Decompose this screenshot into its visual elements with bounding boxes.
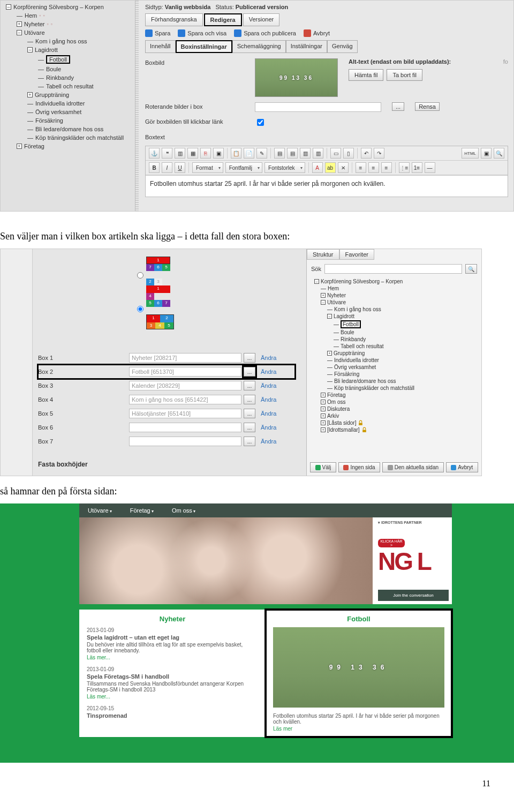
clickable-checkbox[interactable] [257, 119, 264, 126]
paste-button[interactable]: 📋 [231, 148, 241, 159]
richtext-content[interactable]: Fotbollen utomhus startar 25 april. I år… [146, 175, 508, 197]
redo-button[interactable]: ↷ [374, 148, 384, 159]
link-button[interactable]: ⎘ [200, 148, 211, 159]
expand-icon[interactable]: + [17, 21, 22, 27]
save-show-button[interactable]: Spara och visa [178, 29, 226, 37]
tree-rinkbandy[interactable]: — Rinkbandy [1, 73, 135, 82]
tab-boxinstallningar[interactable]: Boxinställningar [176, 40, 232, 53]
tree-kom[interactable]: — Kom i gång hos oss [1, 37, 135, 46]
change-link[interactable]: Ändra [261, 424, 276, 431]
click-here-button[interactable]: KLICKA HÄR > [378, 539, 405, 547]
tree-fotboll-selected[interactable]: — Fotboll [311, 320, 477, 329]
collapse-icon[interactable]: – [314, 279, 319, 284]
box-value[interactable]: Kalender [208229] [129, 381, 241, 390]
italic-button[interactable]: I [162, 162, 172, 173]
change-link[interactable]: Ändra [261, 410, 276, 417]
cancel-button[interactable]: Avbryt [304, 29, 330, 37]
expand-icon[interactable]: + [321, 393, 326, 397]
tree-fotboll-selected[interactable]: — Fotboll [1, 54, 135, 65]
tree-utovare[interactable]: –Utövare [311, 299, 477, 306]
format-select[interactable]: Format [192, 162, 223, 173]
align-center-button[interactable]: ≡ [368, 162, 379, 173]
rotating-input[interactable] [255, 102, 381, 112]
search-button[interactable]: 🔍 [494, 148, 504, 159]
read-more-link[interactable]: Läs mer... [87, 694, 258, 700]
post-title[interactable]: Spela Företags-SM i handboll [87, 673, 258, 680]
tree-boule[interactable]: — Boule [311, 329, 477, 336]
tree-individ[interactable]: — Individuella idrotter [311, 357, 477, 364]
tree-kom[interactable]: — Kom i gång hos oss [311, 306, 477, 313]
tree-hem[interactable]: — Hem ▫▫ [1, 11, 135, 20]
box-value[interactable]: Nyheter [208217] [129, 353, 241, 363]
tree-diskutera[interactable]: +Diskutera [311, 405, 477, 412]
tree-individ[interactable]: — Individuella idrotter [1, 99, 135, 108]
change-link[interactable]: Ändra [261, 369, 276, 375]
nav-foretag[interactable]: Företag [130, 507, 154, 514]
tree-tabell[interactable]: — Tabell och resultat [1, 82, 135, 91]
html-button[interactable]: HTML [462, 148, 479, 159]
box-value[interactable]: Kom i gång hos oss [651422] [129, 395, 241, 404]
col-button[interactable]: ▥ [300, 148, 311, 159]
tree-ovrig[interactable]: — Övrig verksamhet [311, 364, 477, 371]
change-link[interactable]: Ändra [261, 438, 276, 445]
tree-ovrig[interactable]: — Övrig verksamhet [1, 108, 135, 116]
tree-forsakring[interactable]: — Försäkring [311, 371, 477, 378]
table-button[interactable]: ▦ [187, 148, 198, 159]
hr-button[interactable]: — [425, 162, 435, 173]
change-link[interactable]: Ändra [261, 396, 276, 403]
tree-ledare[interactable]: — Bli ledare/domare hos oss [311, 378, 477, 385]
panel-drag-handle[interactable] [135, 1, 139, 212]
change-link[interactable]: Ändra [261, 355, 276, 361]
layout-radio-3[interactable] [137, 306, 143, 312]
box-value[interactable] [129, 437, 241, 446]
bold-button[interactable]: B [149, 162, 160, 173]
expand-icon[interactable]: + [321, 427, 326, 432]
save-publish-button[interactable]: Spara och publicera [234, 29, 296, 37]
tab-struktur[interactable]: Struktur [307, 249, 339, 260]
tab-innehall[interactable]: Innehåll [145, 40, 176, 53]
expand-icon[interactable]: + [321, 407, 326, 411]
search-button[interactable]: 🔍 [465, 264, 477, 274]
expand-icon[interactable]: + [321, 400, 326, 404]
edit-button[interactable]: ✎ [256, 148, 267, 159]
tree-root[interactable]: –Korpförening Sölvesborg – Korpen [1, 3, 135, 11]
tab-versions[interactable]: Versioner [243, 13, 279, 26]
expand-icon[interactable]: + [27, 92, 33, 97]
tree-utovare[interactable]: –Utövare [1, 28, 135, 37]
browse-button[interactable]: ... [244, 409, 255, 418]
tree-root[interactable]: –Korpförening Sölvesborg – Korpen [311, 278, 477, 285]
collapse-icon[interactable]: – [27, 47, 33, 52]
box-value[interactable]: Hälsotjänster [651410] [129, 409, 241, 418]
tree-lagidrott[interactable]: –Lagidrott [311, 313, 477, 320]
nav-omoss[interactable]: Om oss [172, 507, 195, 514]
fontsize-select[interactable]: Fontstorlek [264, 162, 305, 173]
align-left-button[interactable]: ≡ [356, 162, 366, 173]
search-input[interactable] [324, 264, 462, 274]
browse-button[interactable]: ... [244, 423, 255, 432]
embed-button[interactable]: ▣ [213, 148, 224, 159]
tree-hem[interactable]: — Hem [311, 285, 477, 292]
remove-file-button[interactable]: Ta bort fil [387, 69, 422, 81]
browse-button[interactable]: ... [244, 353, 255, 363]
browse-button[interactable]: ... [392, 102, 404, 111]
collapse-icon[interactable]: – [327, 314, 332, 319]
read-more-link[interactable]: Läs mer [273, 726, 444, 732]
box-value[interactable] [129, 423, 241, 432]
select-button[interactable]: Välj [310, 462, 336, 472]
post-title[interactable]: Tinspromenad [87, 712, 258, 719]
textcolor-button[interactable]: A [312, 162, 323, 173]
tree-kop[interactable]: — Köp träningskläder och matchställ [1, 133, 135, 142]
tab-installningar[interactable]: Inställningar [286, 40, 327, 53]
cancel-button[interactable]: Avbryt [446, 462, 478, 472]
tab-genvag[interactable]: Genväg [327, 40, 358, 53]
tree-boule[interactable]: — Boule [1, 65, 135, 73]
tree-nyheter[interactable]: +Nyheter [311, 292, 477, 299]
change-link[interactable]: Ändra [261, 382, 276, 389]
tree-ledare[interactable]: — Bli ledare/domare hos oss [1, 125, 135, 133]
row-after-button[interactable]: ▤ [287, 148, 298, 159]
expand-icon[interactable]: + [327, 351, 332, 356]
tree-arkiv[interactable]: +Arkiv [311, 412, 477, 419]
tree-foretag[interactable]: +Företag [1, 142, 135, 151]
paste-word-button[interactable]: 📄 [244, 148, 254, 159]
image-button[interactable]: ▥ [175, 148, 185, 159]
